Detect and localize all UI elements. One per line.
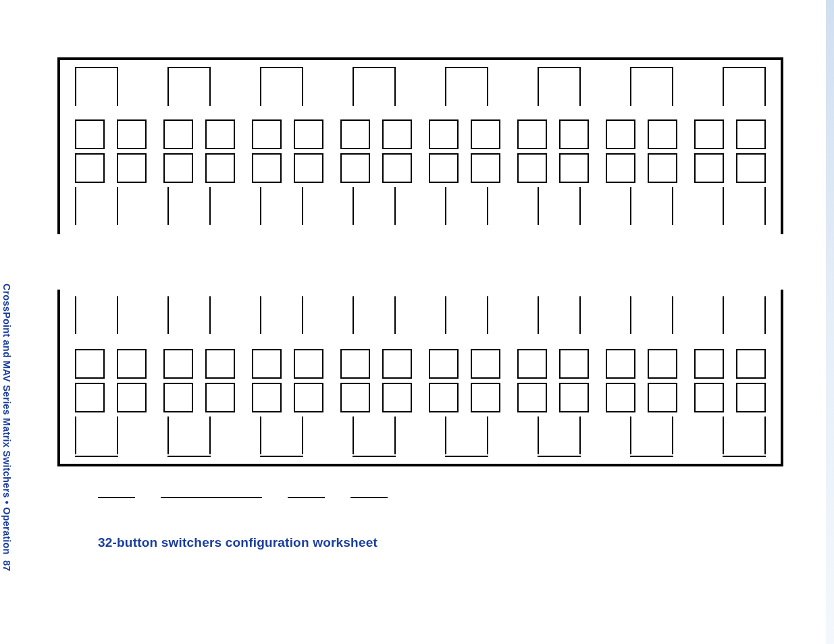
switcher-button[interactable]: [648, 153, 677, 183]
switcher-button[interactable]: [559, 153, 589, 183]
tick: [579, 68, 581, 106]
tick: [579, 296, 581, 334]
switcher-button[interactable]: [606, 119, 635, 149]
switcher-button[interactable]: [163, 119, 193, 149]
switcher-button[interactable]: [517, 349, 547, 379]
tick: [167, 417, 169, 454]
tick: [394, 68, 396, 106]
switcher-button[interactable]: [163, 349, 193, 379]
field-blank[interactable]: [288, 497, 325, 498]
tick: [538, 68, 539, 106]
tick-group: [353, 67, 396, 107]
switcher-button[interactable]: [382, 119, 412, 149]
switcher-button[interactable]: [648, 119, 677, 149]
tick: [353, 417, 354, 454]
tick-group: [445, 67, 488, 107]
tick-group: [167, 67, 211, 107]
switcher-button[interactable]: [340, 119, 370, 149]
switcher-button[interactable]: [517, 119, 547, 149]
tick-group: [538, 296, 581, 337]
switcher-button[interactable]: [559, 119, 589, 149]
switcher-button[interactable]: [75, 383, 105, 412]
switcher-button[interactable]: [117, 349, 147, 379]
switcher-button[interactable]: [736, 383, 766, 412]
switcher-button[interactable]: [340, 349, 370, 379]
switcher-button[interactable]: [648, 349, 677, 379]
switcher-button[interactable]: [517, 383, 547, 412]
switcher-button[interactable]: [205, 153, 235, 183]
switcher-button[interactable]: [694, 119, 724, 149]
switcher-button[interactable]: [736, 153, 766, 183]
tick: [445, 417, 446, 454]
switcher-button[interactable]: [117, 119, 147, 149]
switcher-button[interactable]: [252, 349, 282, 379]
switcher-button[interactable]: [471, 383, 500, 412]
switcher-button[interactable]: [517, 153, 547, 183]
button-pair: [252, 349, 323, 379]
field-blank[interactable]: [161, 497, 262, 498]
switcher-button[interactable]: [471, 153, 500, 183]
switcher-button[interactable]: [252, 119, 282, 149]
tick-group: [260, 296, 303, 337]
tick-group: [167, 417, 211, 457]
switcher-button[interactable]: [694, 383, 724, 412]
switcher-button[interactable]: [382, 349, 412, 379]
switcher-button[interactable]: [294, 383, 323, 412]
button-pair: [429, 383, 500, 412]
switcher-button[interactable]: [75, 153, 105, 183]
tick: [723, 68, 724, 106]
switcher-button[interactable]: [294, 349, 323, 379]
switcher-button[interactable]: [606, 383, 635, 412]
tick: [117, 187, 118, 225]
switcher-button[interactable]: [163, 383, 193, 412]
button-pair: [163, 383, 235, 412]
switcher-button[interactable]: [429, 153, 459, 183]
switcher-button[interactable]: [75, 119, 105, 149]
switcher-button[interactable]: [648, 383, 677, 412]
switcher-button[interactable]: [252, 383, 282, 412]
switcher-button[interactable]: [205, 119, 235, 149]
switcher-button[interactable]: [294, 119, 323, 149]
switcher-button[interactable]: [382, 383, 412, 412]
switcher-button[interactable]: [163, 153, 193, 183]
button-pair: [517, 349, 589, 379]
switcher-button[interactable]: [340, 383, 370, 412]
tick-row-bottom: [75, 417, 766, 457]
switcher-button[interactable]: [117, 383, 147, 412]
page-number: 87: [1, 560, 12, 571]
switcher-button[interactable]: [429, 119, 459, 149]
tick: [487, 296, 488, 334]
switcher-button[interactable]: [694, 153, 724, 183]
switcher-button[interactable]: [429, 383, 459, 412]
field-blank[interactable]: [98, 497, 135, 498]
button-pair: [429, 119, 500, 149]
button-pair: [606, 119, 677, 149]
switcher-button[interactable]: [559, 349, 589, 379]
field-blank[interactable]: [350, 497, 388, 498]
switcher-button[interactable]: [294, 153, 323, 183]
switcher-button[interactable]: [340, 153, 370, 183]
switcher-button[interactable]: [252, 153, 282, 183]
tick-group: [723, 187, 766, 227]
switcher-button[interactable]: [75, 349, 105, 379]
switcher-button[interactable]: [559, 383, 589, 412]
switcher-button[interactable]: [471, 119, 500, 149]
tick: [302, 417, 303, 454]
tick: [75, 187, 76, 225]
tick-group: [167, 187, 211, 227]
switcher-button[interactable]: [205, 349, 235, 379]
tick: [538, 296, 539, 334]
button-pair: [252, 153, 323, 183]
tick: [445, 68, 446, 106]
switcher-button[interactable]: [606, 153, 635, 183]
switcher-button[interactable]: [117, 153, 147, 183]
switcher-button[interactable]: [382, 153, 412, 183]
switcher-button[interactable]: [694, 349, 724, 379]
switcher-button[interactable]: [205, 383, 235, 412]
switcher-button[interactable]: [429, 349, 459, 379]
switcher-button[interactable]: [606, 349, 635, 379]
tick-group: [75, 296, 118, 337]
switcher-button[interactable]: [736, 119, 766, 149]
switcher-button[interactable]: [736, 349, 766, 379]
switcher-button[interactable]: [471, 349, 500, 379]
